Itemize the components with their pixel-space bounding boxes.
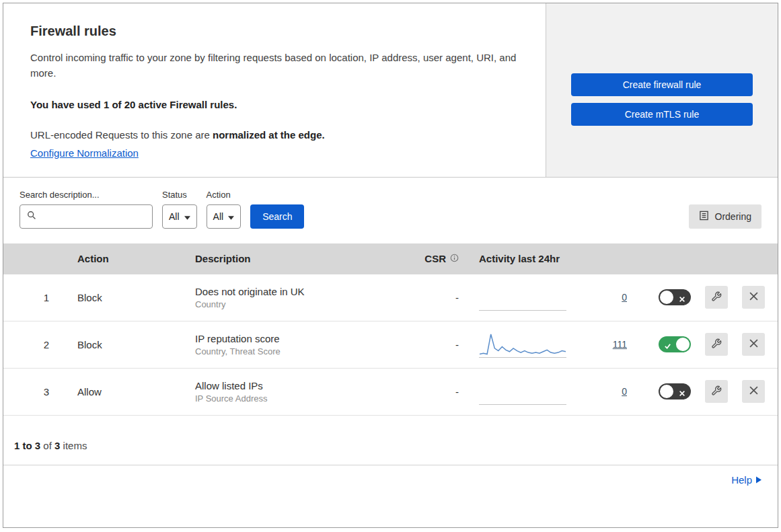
hero-text-panel: Firewall rules Control incoming traffic … — [3, 3, 546, 177]
activity-sparkline — [479, 331, 566, 358]
activity-sparkline — [479, 284, 566, 311]
ordering-button[interactable]: Ordering — [689, 204, 761, 229]
toggle-off-x-icon — [679, 293, 685, 305]
action-filter-label: Action — [207, 190, 241, 200]
rule-enabled-toggle[interactable] — [659, 336, 691, 352]
pagination-summary: 1 to 3 of 3 items — [3, 416, 778, 465]
edit-rule-button[interactable] — [705, 333, 728, 356]
page-description: Control incoming traffic to your zone by… — [30, 50, 519, 81]
hero-section: Firewall rules Control incoming traffic … — [3, 3, 778, 178]
rule-fields: IP Source Address — [195, 393, 400, 404]
rule-fields: Country — [195, 299, 400, 309]
status-filter-value: All — [169, 211, 180, 222]
delete-rule-button[interactable] — [742, 286, 765, 309]
search-group: Search description... — [20, 190, 153, 229]
toggle-knob — [660, 385, 673, 398]
activity-count-link[interactable]: 111 — [613, 339, 627, 350]
action-filter-select[interactable]: All — [207, 204, 241, 229]
normalization-note-text: URL-encoded Requests to this zone are — [30, 129, 213, 141]
action-filter-group: Action All — [207, 190, 241, 229]
normalization-note-bold: normalized at the edge. — [213, 129, 325, 141]
chevron-right-icon — [756, 474, 761, 486]
normalization-note: URL-encoded Requests to this zone are no… — [30, 129, 519, 141]
rule-enabled-toggle[interactable] — [659, 289, 691, 305]
pagination-total: 3 — [54, 440, 60, 451]
table-row: 1 Block Does not originate in UK Country… — [3, 274, 778, 321]
rule-description-cell: Does not originate in UK Country — [182, 286, 400, 309]
rule-priority: 1 — [3, 292, 64, 303]
edit-rule-button[interactable] — [705, 380, 728, 403]
close-icon — [749, 339, 758, 350]
ordering-list-icon — [699, 211, 709, 223]
column-header-csr-label: CSR — [424, 253, 446, 264]
rule-description-cell: IP reputation score Country, Threat Scor… — [182, 333, 400, 356]
toggle-knob — [660, 291, 673, 304]
chevron-down-icon — [184, 211, 190, 222]
help-link[interactable]: Help — [731, 474, 761, 486]
search-icon — [27, 211, 36, 223]
rule-activity-cell: 0 — [471, 284, 632, 311]
chevron-down-icon — [228, 211, 234, 222]
rule-controls — [632, 286, 778, 309]
usage-summary: You have used 1 of 20 active Firewall ru… — [30, 99, 519, 110]
rule-csr-value: - — [400, 339, 471, 350]
rule-description-cell: Allow listed IPs IP Source Address — [182, 380, 400, 404]
column-header-description: Description — [182, 253, 400, 264]
status-filter-select[interactable]: All — [162, 204, 197, 229]
page-title: Firewall rules — [30, 24, 519, 39]
rule-action: Allow — [64, 386, 182, 397]
rule-csr-value: - — [400, 292, 471, 303]
configure-normalization-link[interactable]: Configure Normalization — [30, 147, 139, 159]
rule-activity-cell: 0 — [471, 378, 632, 405]
help-bar: Help — [3, 465, 778, 495]
rule-fields: Country, Threat Score — [195, 346, 400, 356]
ordering-button-label: Ordering — [715, 211, 751, 222]
wrench-icon — [711, 385, 722, 398]
hero-actions-panel: Create firewall rule Create mTLS rule — [546, 3, 778, 177]
toggle-off-x-icon — [679, 387, 685, 399]
column-header-action: Action — [64, 253, 182, 264]
rule-description: Does not originate in UK — [195, 286, 400, 297]
search-input-wrapper — [20, 204, 153, 229]
search-label: Search description... — [20, 190, 153, 200]
rule-csr-value: - — [400, 386, 471, 397]
help-link-label: Help — [731, 474, 752, 486]
status-filter-label: Status — [162, 190, 197, 200]
table-row: 3 Allow Allow listed IPs IP Source Addre… — [3, 369, 778, 416]
wrench-icon — [711, 338, 722, 351]
toggle-on-check-icon — [664, 340, 671, 352]
wrench-icon — [711, 291, 722, 304]
activity-count-link[interactable]: 0 — [622, 386, 627, 397]
status-filter-group: Status All — [162, 190, 197, 229]
activity-sparkline — [479, 378, 566, 405]
pagination-of: of — [43, 440, 52, 451]
create-firewall-rule-button[interactable]: Create firewall rule — [571, 73, 753, 96]
rule-controls — [632, 380, 778, 403]
rule-description: IP reputation score — [195, 333, 400, 344]
table-row: 2 Block IP reputation score Country, Thr… — [3, 321, 778, 369]
table-header-row: Action Description CSR Activity last 24h… — [3, 243, 778, 274]
rule-activity-cell: 111 — [471, 331, 632, 358]
search-input[interactable] — [42, 211, 145, 222]
edit-rule-button[interactable] — [705, 286, 728, 309]
create-mtls-rule-button[interactable]: Create mTLS rule — [571, 103, 753, 126]
rule-priority: 3 — [3, 386, 64, 397]
close-icon — [749, 292, 758, 303]
filter-bar: Search description... Status All Action … — [3, 178, 778, 243]
rule-action: Block — [64, 339, 182, 350]
rule-enabled-toggle[interactable] — [659, 383, 691, 400]
search-button[interactable]: Search — [250, 204, 304, 229]
column-header-csr: CSR — [400, 253, 471, 264]
column-header-activity: Activity last 24hr — [471, 253, 632, 264]
pagination-items: items — [63, 440, 87, 451]
info-icon[interactable] — [450, 253, 459, 264]
delete-rule-button[interactable] — [742, 333, 765, 356]
activity-count-link[interactable]: 0 — [622, 292, 627, 303]
firewall-rules-page: Firewall rules Control incoming traffic … — [3, 3, 778, 528]
rule-priority: 2 — [3, 339, 64, 350]
action-filter-value: All — [213, 211, 224, 222]
rule-description: Allow listed IPs — [195, 380, 400, 391]
close-icon — [749, 386, 758, 397]
rule-controls — [632, 333, 778, 356]
delete-rule-button[interactable] — [742, 380, 765, 403]
